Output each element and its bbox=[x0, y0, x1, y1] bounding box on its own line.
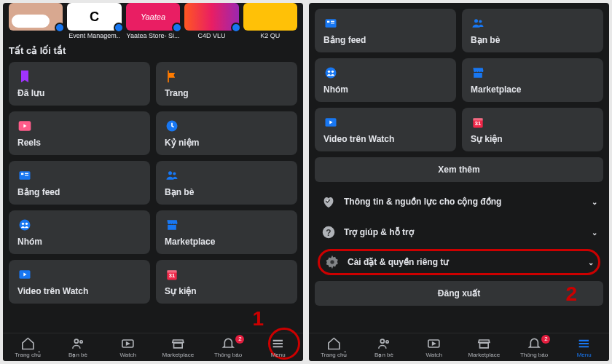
svg-point-25 bbox=[474, 19, 478, 23]
shortcut-item[interactable]: C4D VLU bbox=[184, 3, 238, 39]
accordion-community[interactable]: Thông tin & nguồn lực cho cộng đồng⌄ bbox=[315, 186, 603, 217]
tile-label: Bạn bè bbox=[471, 35, 595, 45]
nav-watch[interactable]: Watch bbox=[103, 336, 153, 358]
tile-groups[interactable]: Nhóm bbox=[9, 210, 150, 254]
svg-point-28 bbox=[328, 71, 330, 73]
help-icon: ? bbox=[321, 224, 337, 240]
tile-flag[interactable]: Trang bbox=[156, 62, 297, 106]
events-icon: 31 bbox=[471, 115, 485, 130]
tile-friends[interactable]: Bạn bè bbox=[462, 9, 603, 52]
tile-groups[interactable]: Nhóm bbox=[315, 58, 456, 102]
svg-point-15 bbox=[74, 339, 78, 343]
svg-point-10 bbox=[26, 223, 28, 225]
chevron-down-icon: ⌄ bbox=[592, 198, 597, 206]
nav-label: Thông báo bbox=[509, 352, 560, 358]
nav-marketplace[interactable]: Marketplace bbox=[153, 336, 203, 358]
svg-rect-4 bbox=[25, 173, 28, 174]
accordion-help[interactable]: ?Trợ giúp & hỗ trợ⌄ bbox=[315, 217, 603, 248]
accordion-settings[interactable]: Cài đặt & quyền riêng tư⌄ bbox=[318, 249, 600, 275]
svg-text:31: 31 bbox=[475, 120, 481, 127]
marketplace-icon bbox=[471, 66, 485, 80]
bookmark-icon bbox=[17, 69, 32, 84]
shortcut-item[interactable] bbox=[9, 3, 63, 39]
svg-point-7 bbox=[173, 172, 176, 175]
nav-label: Menu bbox=[253, 352, 303, 358]
logout-button[interactable]: Đăng xuất bbox=[315, 281, 603, 306]
watch-icon bbox=[409, 336, 459, 351]
home-icon bbox=[3, 336, 53, 351]
tile-events[interactable]: 31Sự kiện bbox=[462, 108, 603, 151]
bell-icon bbox=[203, 336, 254, 351]
svg-point-27 bbox=[326, 68, 337, 79]
svg-point-8 bbox=[20, 220, 31, 231]
tile-label: Bảng feed bbox=[323, 35, 447, 45]
tile-feed[interactable]: Bảng feed bbox=[9, 161, 150, 205]
shortcut-item[interactable]: YaateaYaatea Store- Si... bbox=[126, 3, 180, 39]
watch-icon bbox=[103, 336, 153, 351]
tile-bookmark[interactable]: Đã lưu bbox=[9, 62, 150, 106]
tile-label: Đã lưu bbox=[17, 88, 141, 98]
nav-friends[interactable]: Bạn bè bbox=[53, 336, 103, 358]
tile-watch[interactable]: Video trên Watch bbox=[9, 260, 150, 304]
flag-icon bbox=[165, 69, 179, 84]
bottom-nav: Trang chủBạn bèWatchMarketplace2Thông bá… bbox=[3, 333, 303, 361]
tile-feed[interactable]: Bảng feed bbox=[315, 9, 456, 52]
shortcut-item[interactable]: CEvent Managem.. bbox=[67, 3, 121, 39]
svg-point-16 bbox=[80, 341, 82, 343]
tile-label: Video trên Watch bbox=[17, 286, 141, 296]
menu-icon bbox=[253, 336, 303, 351]
svg-point-29 bbox=[332, 71, 334, 73]
shortcut-item[interactable]: K2 QU bbox=[243, 3, 297, 39]
friends-icon bbox=[53, 336, 103, 351]
nav-home[interactable]: Trang chủ bbox=[3, 336, 53, 358]
svg-rect-22 bbox=[327, 21, 329, 23]
nav-label: Bạn bè bbox=[359, 352, 409, 358]
chevron-down-icon: ⌄ bbox=[592, 229, 597, 237]
svg-point-9 bbox=[22, 223, 24, 225]
tile-label: Video trên Watch bbox=[323, 134, 447, 144]
nav-watch[interactable]: Watch bbox=[409, 336, 459, 358]
nav-marketplace[interactable]: Marketplace bbox=[459, 336, 509, 358]
tile-label: Nhóm bbox=[323, 84, 447, 95]
events-icon: 31 bbox=[165, 267, 179, 282]
accordion-label: Cài đặt & quyền riêng tư bbox=[348, 257, 449, 267]
nav-label: Trang chủ bbox=[309, 352, 359, 358]
svg-text:?: ? bbox=[326, 228, 331, 238]
groups-icon bbox=[323, 66, 338, 80]
nav-home[interactable]: Trang chủ bbox=[309, 336, 359, 358]
watch-icon bbox=[323, 115, 338, 130]
tile-marketplace[interactable]: Marketplace bbox=[462, 58, 603, 102]
svg-rect-3 bbox=[21, 173, 23, 175]
tile-label: Kỷ niệm bbox=[165, 138, 289, 148]
phone-right: Bảng feedBạn bèNhómMarketplaceVideo trên… bbox=[309, 3, 609, 361]
tile-marketplace[interactable]: Marketplace bbox=[156, 210, 297, 254]
watch-icon bbox=[17, 267, 32, 282]
feed-icon bbox=[17, 168, 32, 183]
see-more-button[interactable]: Xem thêm bbox=[315, 157, 603, 182]
svg-point-6 bbox=[168, 171, 172, 175]
tile-label: Sự kiện bbox=[471, 134, 595, 144]
tile-friends[interactable]: Bạn bè bbox=[156, 161, 297, 205]
tile-clock[interactable]: Kỷ niệm bbox=[156, 111, 297, 155]
svg-rect-5 bbox=[25, 175, 28, 175]
accordion-label: Trợ giúp & hỗ trợ bbox=[344, 227, 414, 237]
tile-reels[interactable]: Reels bbox=[9, 111, 150, 155]
menu-icon bbox=[559, 336, 609, 351]
nav-bell[interactable]: 2Thông báo bbox=[509, 336, 560, 358]
svg-point-38 bbox=[380, 339, 384, 343]
feed-icon bbox=[323, 16, 338, 31]
nav-friends[interactable]: Bạn bè bbox=[359, 336, 409, 358]
tile-label: Bảng feed bbox=[17, 187, 141, 197]
marketplace-icon bbox=[459, 336, 509, 351]
nav-menu[interactable]: Menu bbox=[559, 336, 609, 358]
clock-icon bbox=[165, 119, 179, 133]
tile-watch[interactable]: Video trên Watch bbox=[315, 108, 456, 151]
nav-label: Watch bbox=[409, 352, 459, 358]
svg-point-37 bbox=[330, 260, 334, 264]
marketplace-icon bbox=[153, 336, 203, 351]
tile-label: Reels bbox=[17, 138, 141, 148]
marketplace-icon bbox=[165, 218, 179, 232]
nav-menu[interactable]: Menu bbox=[253, 336, 303, 358]
tile-events[interactable]: 31Sự kiện bbox=[156, 260, 297, 304]
nav-bell[interactable]: 2Thông báo bbox=[203, 336, 254, 358]
